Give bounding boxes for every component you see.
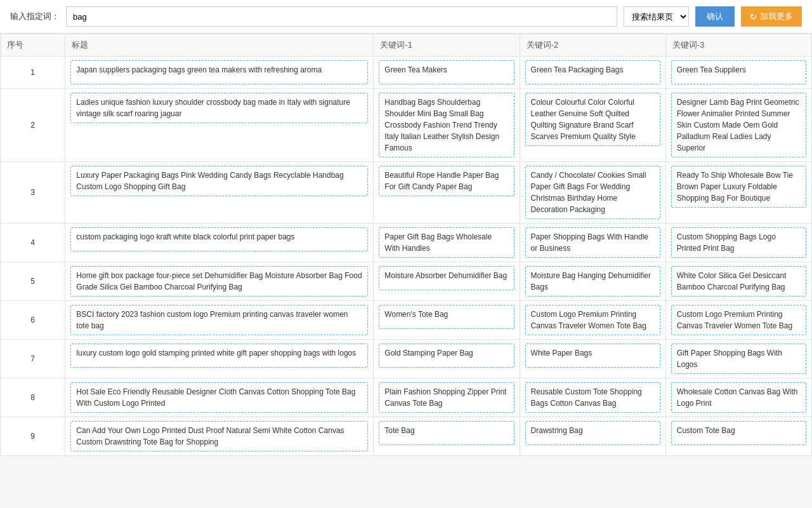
kw1-dashed-box[interactable]: Beautiful Rope Handle Paper Bag For Gift… xyxy=(379,166,514,196)
cell-num: 8 xyxy=(1,378,65,417)
title-dashed-box[interactable]: BSCI factory 2023 fashion custom logo Pr… xyxy=(70,305,368,335)
cell-kw2: Custom Logo Premium Printing Canvas Trav… xyxy=(520,301,665,340)
kw3-dashed-box[interactable]: Custom Logo Premium Printing Canvas Trav… xyxy=(671,305,806,335)
cell-kw2: Colour Colourful Color Colorful Leather … xyxy=(520,89,665,162)
kw3-dashed-box[interactable]: Ready To Ship Wholesale Bow Tie Brown Pa… xyxy=(671,166,806,208)
cell-num: 5 xyxy=(1,262,65,301)
confirm-button[interactable]: 确认 xyxy=(695,6,735,27)
cell-kw3: Green Tea Suppliers xyxy=(665,57,811,89)
table-row: 3Luxury Paper Packaging Bags Pink Weddin… xyxy=(1,162,812,224)
title-dashed-box[interactable]: custom packaging logo kraft white black … xyxy=(70,227,368,251)
cell-title: Hot Sale Eco Friendly Reusable Designer … xyxy=(65,378,374,417)
col-header-title: 标题 xyxy=(65,34,374,57)
col-header-kw3: 关键词-3 xyxy=(665,34,811,57)
main-table-container: 序号 标题 关键词-1 关键词-2 关键词-3 1Japan suppliers… xyxy=(0,34,812,456)
cell-num: 7 xyxy=(1,340,65,378)
cell-kw2: White Paper Bags xyxy=(520,340,665,378)
cell-kw1: Women's Tote Bag xyxy=(374,301,520,340)
cell-kw3: Ready To Ship Wholesale Bow Tie Brown Pa… xyxy=(665,162,811,224)
table-row: 6BSCI factory 2023 fashion custom logo P… xyxy=(1,301,812,340)
kw1-dashed-box[interactable]: Gold Stamping Paper Bag xyxy=(379,344,514,368)
kw2-dashed-box[interactable]: Candy / Chocolate/ Cookies Small Paper G… xyxy=(525,166,660,219)
title-dashed-box[interactable]: Hot Sale Eco Friendly Reusable Designer … xyxy=(70,382,368,413)
search-type-select-wrap: 搜索结果页 xyxy=(624,6,689,27)
cell-kw1: Green Tea Makers xyxy=(374,57,520,89)
cell-kw1: Gold Stamping Paper Bag xyxy=(374,340,520,378)
title-dashed-box[interactable]: Japan suppliers packaging bags green tea… xyxy=(70,60,368,84)
cell-kw1: Plain Fashion Shopping Zipper Print Canv… xyxy=(374,378,520,417)
cell-kw3: Wholesale Cotton Canvas Bag With Logo Pr… xyxy=(665,378,811,417)
kw1-dashed-box[interactable]: Handbag Bags Shoulderbag Shoulder Mini B… xyxy=(379,93,514,157)
title-dashed-box[interactable]: luxury custom logo gold stamping printed… xyxy=(70,344,368,368)
cell-kw3: Custom Logo Premium Printing Canvas Trav… xyxy=(665,301,811,340)
cell-kw1: Beautiful Rope Handle Paper Bag For Gift… xyxy=(374,162,520,224)
kw3-dashed-box[interactable]: Designer Lamb Bag Print Geometric Flower… xyxy=(671,93,806,157)
kw2-dashed-box[interactable]: Paper Shopping Bags With Handle or Busin… xyxy=(525,227,660,258)
kw1-dashed-box[interactable]: Plain Fashion Shopping Zipper Print Canv… xyxy=(379,382,514,413)
title-dashed-box[interactable]: Can Add Your Own Logo Printed Dust Proof… xyxy=(70,421,368,451)
cell-title: BSCI factory 2023 fashion custom logo Pr… xyxy=(65,301,374,340)
input-label: 输入指定词： xyxy=(10,11,60,22)
cell-title: Luxury Paper Packaging Bags Pink Wedding… xyxy=(65,162,374,224)
title-dashed-box[interactable]: Ladies unique fashion luxury shoulder cr… xyxy=(70,93,368,123)
col-header-kw2: 关键词-2 xyxy=(520,34,665,57)
cell-kw1: Handbag Bags Shoulderbag Shoulder Mini B… xyxy=(374,89,520,162)
cell-kw2: Green Tea Packaging Bags xyxy=(520,57,665,89)
kw1-dashed-box[interactable]: Women's Tote Bag xyxy=(379,305,514,329)
kw3-dashed-box[interactable]: Custom Tote Bag xyxy=(671,421,806,445)
kw1-dashed-box[interactable]: Tote Bag xyxy=(379,421,514,445)
cell-kw2: Paper Shopping Bags With Handle or Busin… xyxy=(520,224,665,262)
kw2-dashed-box[interactable]: Green Tea Packaging Bags xyxy=(525,60,660,84)
kw1-dashed-box[interactable]: Paper Gift Bag Bags Wholesale With Handl… xyxy=(379,227,514,258)
cell-title: Home gift box package four-piece set Deh… xyxy=(65,262,374,301)
table-row: 2Ladies unique fashion luxury shoulder c… xyxy=(1,89,812,162)
cell-kw3: Custom Tote Bag xyxy=(665,417,811,456)
kw3-dashed-box[interactable]: Gift Paper Shopping Bags With Logos xyxy=(671,344,806,374)
cell-title: luxury custom logo gold stamping printed… xyxy=(65,340,374,378)
table-row: 9Can Add Your Own Logo Printed Dust Proo… xyxy=(1,417,812,456)
title-dashed-box[interactable]: Home gift box package four-piece set Deh… xyxy=(70,266,368,297)
table-header-row: 序号 标题 关键词-1 关键词-2 关键词-3 xyxy=(1,34,812,57)
cell-kw1: Tote Bag xyxy=(374,417,520,456)
kw2-dashed-box[interactable]: White Paper Bags xyxy=(525,344,660,368)
kw2-dashed-box[interactable]: Drawstring Bag xyxy=(525,421,660,445)
cell-kw1: Moisture Absorber Dehumidifier Bag xyxy=(374,262,520,301)
keyword-input[interactable] xyxy=(66,6,617,27)
kw3-dashed-box[interactable]: Custom Shopping Bags Logo Printed Print … xyxy=(671,227,806,258)
kw1-dashed-box[interactable]: Green Tea Makers xyxy=(379,60,514,84)
cell-num: 4 xyxy=(1,224,65,262)
refresh-icon: ↻ xyxy=(750,12,757,22)
cell-num: 3 xyxy=(1,162,65,224)
cell-kw2: Moisture Bag Hanging Dehumidifier Bags xyxy=(520,262,665,301)
col-header-kw1: 关键词-1 xyxy=(374,34,520,57)
top-bar: 输入指定词： 搜索结果页 确认 ↻ 加我更多 xyxy=(0,0,812,34)
cell-kw3: Custom Shopping Bags Logo Printed Print … xyxy=(665,224,811,262)
table-row: 1Japan suppliers packaging bags green te… xyxy=(1,57,812,89)
kw3-dashed-box[interactable]: White Color Silica Gel Desiccant Bamboo … xyxy=(671,266,806,297)
table-row: 4custom packaging logo kraft white black… xyxy=(1,224,812,262)
keywords-table: 序号 标题 关键词-1 关键词-2 关键词-3 1Japan suppliers… xyxy=(0,34,812,456)
table-row: 5Home gift box package four-piece set De… xyxy=(1,262,812,301)
cell-kw3: Gift Paper Shopping Bags With Logos xyxy=(665,340,811,378)
cell-kw3: Designer Lamb Bag Print Geometric Flower… xyxy=(665,89,811,162)
cell-title: custom packaging logo kraft white black … xyxy=(65,224,374,262)
more-button[interactable]: ↻ 加我更多 xyxy=(741,6,802,27)
kw2-dashed-box[interactable]: Colour Colourful Color Colorful Leather … xyxy=(525,93,660,146)
kw3-dashed-box[interactable]: Green Tea Suppliers xyxy=(671,60,806,84)
kw3-dashed-box[interactable]: Wholesale Cotton Canvas Bag With Logo Pr… xyxy=(671,382,806,413)
cell-title: Can Add Your Own Logo Printed Dust Proof… xyxy=(65,417,374,456)
col-header-num: 序号 xyxy=(1,34,65,57)
kw1-dashed-box[interactable]: Moisture Absorber Dehumidifier Bag xyxy=(379,266,514,290)
title-dashed-box[interactable]: Luxury Paper Packaging Bags Pink Wedding… xyxy=(70,166,368,196)
kw2-dashed-box[interactable]: Moisture Bag Hanging Dehumidifier Bags xyxy=(525,266,660,297)
search-type-select[interactable]: 搜索结果页 xyxy=(624,7,688,26)
cell-num: 1 xyxy=(1,57,65,89)
cell-kw1: Paper Gift Bag Bags Wholesale With Handl… xyxy=(374,224,520,262)
cell-title: Japan suppliers packaging bags green tea… xyxy=(65,57,374,89)
kw2-dashed-box[interactable]: Reusable Custom Tote Shopping Bags Cotto… xyxy=(525,382,660,413)
table-row: 7luxury custom logo gold stamping printe… xyxy=(1,340,812,378)
kw2-dashed-box[interactable]: Custom Logo Premium Printing Canvas Trav… xyxy=(525,305,660,335)
cell-kw2: Reusable Custom Tote Shopping Bags Cotto… xyxy=(520,378,665,417)
cell-num: 2 xyxy=(1,89,65,162)
cell-num: 6 xyxy=(1,301,65,340)
